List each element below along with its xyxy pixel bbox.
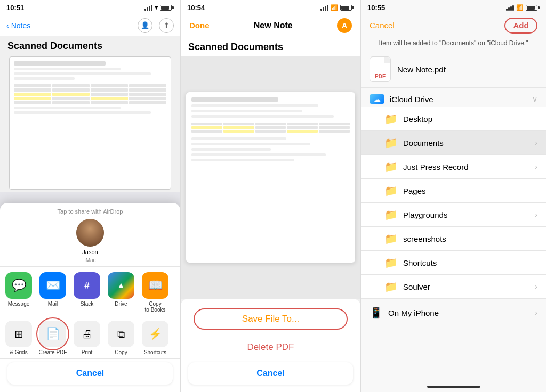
folder-screenshots[interactable]: 📁 screenshots [361, 227, 546, 251]
action-grids[interactable]: ⊞ & Grids [3, 321, 34, 355]
delete-pdf-button[interactable]: Delete PDF [188, 337, 353, 358]
on-iphone-label: On My iPhone [388, 308, 529, 317]
folder-just-press-record[interactable]: 📁 Just Press Record › [361, 155, 546, 179]
folder-icon-documents: 📁 [384, 136, 398, 149]
font-button[interactable]: A [337, 18, 352, 33]
done-button[interactable]: Done [189, 21, 210, 30]
airdrop-person[interactable]: Jason iMac [7, 219, 173, 263]
doc-preview-large [181, 56, 360, 299]
airdrop-section: Tap to share with AirDrop Jason iMac [0, 203, 180, 267]
folder-icon-shortcuts: 📁 [384, 256, 398, 269]
folder-soulver[interactable]: 📁 Soulver › [361, 275, 546, 299]
share-icon[interactable]: ⬆ [159, 18, 174, 33]
app-message-label: Message [8, 301, 30, 307]
wifi-icon-2: 📶 [331, 4, 338, 11]
icloud-icon: ☁ [370, 94, 384, 104]
folder-name-soulver: Soulver [403, 282, 529, 291]
doc-card-large [186, 92, 355, 263]
folder-icon-playgrounds: 📁 [384, 208, 398, 221]
iphone-icon: 📱 [370, 306, 383, 319]
battery-icon-3 [526, 5, 540, 11]
person-icon[interactable]: 👤 [138, 18, 152, 33]
drive-icon: ▲ [108, 272, 134, 299]
wifi-icon: ▾ [155, 4, 158, 11]
cancel-button-3[interactable]: Cancel [370, 21, 395, 30]
app-drive[interactable]: ▲ Drive [106, 272, 136, 313]
airdrop-device: iMac [84, 257, 95, 263]
folder-name-shortcuts: Shortcuts [403, 258, 537, 267]
message-icon: 💬 [5, 272, 32, 299]
folder-playgrounds[interactable]: 📁 Playgrounds › [361, 203, 546, 227]
copy-icon: ⧉ [108, 321, 134, 347]
nav-icons-1: 👤 ⬆ [138, 18, 174, 33]
panel1-heading: Scanned Documents [0, 36, 180, 54]
avatar [76, 219, 104, 247]
home-bar [427, 386, 480, 388]
app-slack-label: Slack [81, 301, 93, 307]
status-bar-2: 10:54 📶 [181, 0, 360, 15]
nav-bar-1: ‹ Notes 👤 ⬆ [0, 15, 180, 36]
folder-name-desktop: Desktop [403, 115, 537, 124]
action-copy[interactable]: ⧉ Copy [106, 321, 136, 355]
folder-desktop[interactable]: 📁 Desktop [361, 107, 546, 131]
doc-preview-1 [0, 54, 180, 192]
on-my-iphone[interactable]: 📱 On My iPhone › [361, 300, 546, 322]
status-bar-3: 10:55 📶 [361, 0, 546, 15]
app-icons-row: 💬 Message ✉️ Mail # Slack ▲ Drive 📖 Copy… [0, 267, 180, 316]
panel2-title: New Note [254, 21, 293, 30]
icloud-section: ☁ iCloud Drive ∨ 📁 Desktop 📁 Documents ›… [361, 88, 546, 381]
app-mail[interactable]: ✉️ Mail [37, 272, 68, 313]
doc-header [14, 61, 106, 66]
folder-icon-screenshots: 📁 [384, 232, 398, 245]
save-file-container: Save File To... [181, 299, 360, 332]
save-file-button[interactable]: Save File To... [188, 306, 353, 332]
action-create-pdf[interactable]: 📄 Create PDF [37, 321, 68, 355]
copy-label: Copy [115, 349, 127, 355]
share-sheet: Tap to share with AirDrop Jason iMac 💬 M… [0, 203, 180, 392]
status-icons-2: 📶 [320, 4, 354, 11]
jpr-chevron-icon: › [535, 162, 537, 171]
mail-icon: ✉️ [39, 272, 66, 299]
panel-3: 10:55 📶 Cancel Add Item will be added to… [360, 0, 546, 392]
battery-icon [160, 5, 174, 11]
action-print[interactable]: 🖨 Print [71, 321, 102, 355]
add-button[interactable]: Add [504, 18, 537, 34]
status-icons-1: ▾ [144, 4, 174, 11]
folder-shortcuts[interactable]: 📁 Shortcuts [361, 251, 546, 275]
save-file-highlight [194, 308, 348, 330]
action-shortcuts[interactable]: ⚡ Shortcuts [140, 321, 171, 355]
print-label: Print [82, 349, 93, 355]
folder-name-jpr: Just Press Record [403, 162, 529, 172]
app-books[interactable]: 📖 Copyto Books [140, 272, 171, 313]
pdf-file-row: PDF New Note.pdf [361, 51, 546, 88]
app-message[interactable]: 💬 Message [3, 272, 34, 313]
pdf-icon: PDF [370, 56, 391, 82]
print-icon: 🖨 [74, 321, 100, 347]
folder-name-screenshots: screenshots [403, 234, 537, 243]
folder-documents[interactable]: 📁 Documents › [361, 131, 546, 155]
shortcuts-label: Shortcuts [144, 349, 166, 355]
cancel-button-1[interactable]: Cancel [7, 362, 173, 385]
folder-name-pages: Pages [403, 186, 537, 195]
home-indicator [361, 381, 546, 392]
app-slack[interactable]: # Slack [71, 272, 102, 313]
battery-icon-2 [340, 5, 354, 11]
icloud-header[interactable]: ☁ iCloud Drive ∨ [361, 88, 546, 107]
cancel-button-2[interactable]: Cancel [188, 362, 353, 385]
shortcuts-icon: ⚡ [142, 321, 168, 347]
grids-label: & Grids [10, 349, 27, 355]
slack-icon: # [74, 272, 100, 299]
app-books-label: Copyto Books [145, 301, 166, 313]
folder-icon-jpr: 📁 [384, 160, 398, 173]
folder-name-documents: Documents [403, 138, 529, 148]
back-button-1[interactable]: ‹ Notes [6, 21, 30, 30]
nav-bar-2: Done New Note A [181, 15, 360, 36]
folder-icon-desktop: 📁 [384, 112, 398, 125]
grids-icon: ⊞ [5, 321, 32, 347]
folder-pages[interactable]: 📁 Pages [361, 179, 546, 203]
iphone-chevron-icon: › [535, 308, 537, 317]
time-2: 10:54 [187, 4, 205, 12]
panel-1: 10:51 ▾ ‹ Notes 👤 ⬆ Scanned Docum [0, 0, 180, 392]
panel2-heading: Scanned Documents [181, 36, 360, 56]
status-icons-3: 📶 [506, 4, 540, 11]
